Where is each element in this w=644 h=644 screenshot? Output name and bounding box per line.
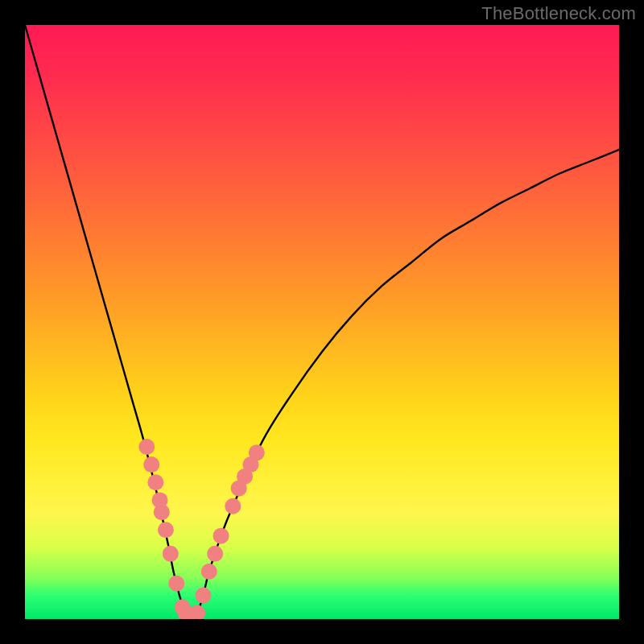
data-marker [154, 504, 170, 520]
data-marker [138, 439, 155, 455]
data-marker [213, 528, 229, 544]
bottleneck-curve [25, 25, 619, 619]
marker-layer [138, 439, 265, 619]
data-marker [225, 498, 241, 514]
data-marker [158, 522, 174, 538]
data-marker [163, 546, 179, 562]
curve-layer [25, 25, 619, 619]
data-marker [143, 456, 159, 473]
chart-svg [25, 25, 619, 619]
chart-frame: TheBottleneck.com [0, 0, 644, 644]
plot-area [25, 25, 619, 619]
data-marker [168, 576, 184, 592]
watermark-text: TheBottleneck.com [481, 3, 636, 24]
data-marker [201, 564, 217, 580]
data-marker [195, 587, 211, 603]
data-marker [207, 546, 223, 562]
data-marker [249, 444, 265, 460]
data-marker [189, 605, 205, 619]
data-marker [147, 474, 163, 490]
